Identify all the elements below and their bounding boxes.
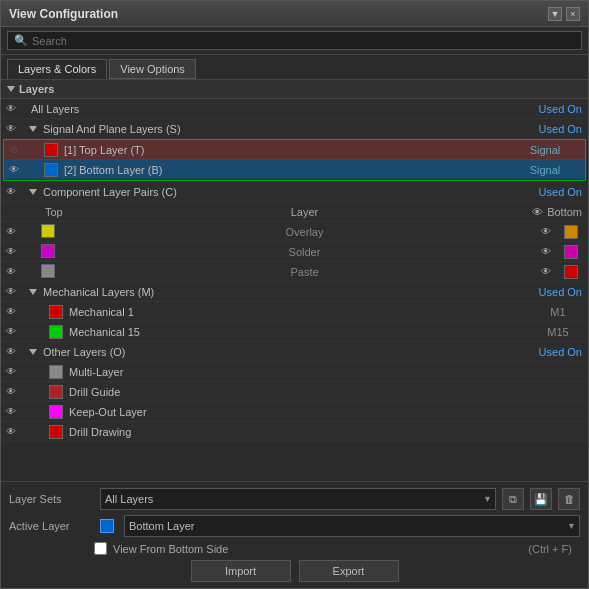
pair-header-row: Top Layer 👁 Bottom [1,202,588,222]
solder-bottom-swatch[interactable] [564,245,578,259]
keepout-eye[interactable]: 👁 [1,406,21,417]
active-layer-select[interactable]: Bottom Layer Top Layer Mechanical 1 [124,515,580,537]
pair-top-label: Top [21,206,141,218]
bottom-layer-eye[interactable]: 👁 [4,164,24,175]
import-button[interactable]: Import [191,560,291,582]
drill-drawing-name: Drill Drawing [67,426,588,438]
keepout-swatch[interactable] [49,405,63,419]
top-layer-name: [1] Top Layer (T) [62,144,505,156]
all-layers-row[interactable]: 👁 All Layers Used On [1,99,588,119]
delete-layer-set-button[interactable]: 🗑 [558,488,580,510]
drill-guide-name: Drill Guide [67,386,588,398]
layers-expand-icon [7,86,15,92]
other-eye[interactable]: 👁 [1,346,21,357]
component-expand-icon [29,189,37,195]
view-from-bottom-checkbox[interactable] [94,542,107,555]
overlay-bottom-eye[interactable]: 👁 [536,226,556,237]
overlay-label: Overlay [141,226,468,238]
paste-pair-row[interactable]: 👁 Paste 👁 [1,262,588,282]
mech1-row[interactable]: 👁 Mechanical 1 M1 [1,302,588,322]
mech15-name: Mechanical 15 [67,326,528,338]
top-layer-swatch[interactable] [44,143,58,157]
pair-layer-label: Layer [141,206,468,218]
signal-plane-row[interactable]: 👁 Signal And Plane Layers (S) Used On [1,119,588,139]
active-layer-row: Active Layer Bottom Layer Top Layer Mech… [9,515,580,537]
mech1-name: Mechanical 1 [67,306,528,318]
bottom-layer-swatch[interactable] [44,163,58,177]
save-layer-set-button[interactable]: 💾 [530,488,552,510]
mech15-row[interactable]: 👁 Mechanical 15 M15 [1,322,588,342]
signal-used-on[interactable]: Used On [539,123,582,135]
mech1-eye[interactable]: 👁 [1,306,21,317]
paste-bottom-eye[interactable]: 👁 [536,266,556,277]
paste-top-eye[interactable]: 👁 [1,266,21,277]
view-from-bottom-row: View From Bottom Side (Ctrl + F) [9,542,580,555]
signal-plane-name: Signal And Plane Layers (S) [41,123,539,135]
drill-guide-eye[interactable]: 👁 [1,386,21,397]
pin-button[interactable]: ▼ [548,7,562,21]
title-controls: ▼ × [548,7,580,21]
bottom-panel: Layer Sets All Layers ▼ ⧉ 💾 🗑 Active Lay… [1,481,588,588]
active-layer-color-swatch[interactable] [100,519,114,533]
overlay-pair-row[interactable]: 👁 Overlay 👁 [1,222,588,242]
mechanical-row[interactable]: 👁 Mechanical Layers (M) Used On [1,282,588,302]
layers-section-header[interactable]: Layers [1,80,588,99]
paste-top-swatch[interactable] [41,264,55,278]
search-bar: 🔍 [1,27,588,55]
paste-bottom-swatch[interactable] [564,265,578,279]
paste-label: Paste [141,266,468,278]
solder-bottom-eye[interactable]: 👁 [536,246,556,257]
tab-layers-colors[interactable]: Layers & Colors [7,59,107,79]
active-layer-label: Active Layer [9,520,94,532]
copy-layer-set-button[interactable]: ⧉ [502,488,524,510]
solder-top-swatch[interactable] [41,244,55,258]
multi-swatch[interactable] [49,365,63,379]
search-input[interactable] [32,35,575,47]
component-used-on[interactable]: Used On [539,186,582,198]
all-layers-used-on[interactable]: Used On [539,103,582,115]
top-layer-eye-off[interactable]: ⊘ [4,144,24,155]
tab-view-options[interactable]: View Options [109,59,196,79]
content-area[interactable]: Layers 👁 All Layers Used On 👁 Signal And… [1,80,588,481]
other-used-on[interactable]: Used On [539,346,582,358]
all-layers-eye[interactable]: 👁 [1,103,21,114]
all-layers-name: All Layers [29,103,539,115]
close-button[interactable]: × [566,7,580,21]
drill-guide-swatch[interactable] [49,385,63,399]
drill-guide-row[interactable]: 👁 Drill Guide [1,382,588,402]
mech1-swatch[interactable] [49,305,63,319]
multi-eye[interactable]: 👁 [1,366,21,377]
component-eye[interactable]: 👁 [1,186,21,197]
overlay-top-swatch[interactable] [41,224,55,238]
mechanical-used-on[interactable]: Used On [539,286,582,298]
multi-layer-row[interactable]: 👁 Multi-Layer [1,362,588,382]
signal-expand-icon [29,126,37,132]
overlay-bottom-swatch[interactable] [564,225,578,239]
tabs-bar: Layers & Colors View Options [1,55,588,80]
bottom-layer-row[interactable]: 👁 [2] Bottom Layer (B) Signal [4,160,585,180]
drill-drawing-swatch[interactable] [49,425,63,439]
mechanical-eye[interactable]: 👁 [1,286,21,297]
view-from-bottom-label[interactable]: View From Bottom Side [113,543,228,555]
button-row: Import Export [9,560,580,582]
solder-pair-row[interactable]: 👁 Solder 👁 [1,242,588,262]
other-layers-row[interactable]: 👁 Other Layers (O) Used On [1,342,588,362]
component-pairs-row[interactable]: 👁 Component Layer Pairs (C) Used On [1,182,588,202]
component-pairs-name: Component Layer Pairs (C) [41,186,539,198]
overlay-top-eye[interactable]: 👁 [1,226,21,237]
keepout-row[interactable]: 👁 Keep-Out Layer [1,402,588,422]
delete-icon: 🗑 [564,493,575,505]
drill-drawing-eye[interactable]: 👁 [1,426,21,437]
multi-name: Multi-Layer [67,366,588,378]
signal-eye[interactable]: 👁 [1,123,21,134]
solder-top-eye[interactable]: 👁 [1,246,21,257]
top-layer-row[interactable]: ⊘ [1] Top Layer (T) Signal [4,140,585,160]
mechanical-expand-icon [29,289,37,295]
layer-sets-select[interactable]: All Layers [100,488,496,510]
save-icon: 💾 [534,493,548,506]
drill-drawing-row[interactable]: 👁 Drill Drawing [1,422,588,442]
mech15-eye[interactable]: 👁 [1,326,21,337]
mech15-swatch[interactable] [49,325,63,339]
layers-section-title: Layers [19,83,54,95]
export-button[interactable]: Export [299,560,399,582]
